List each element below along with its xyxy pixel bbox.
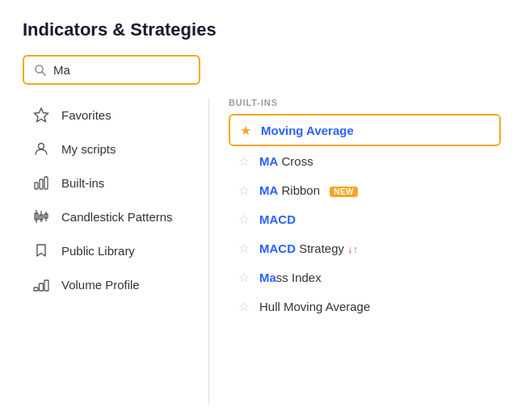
main-content: Favorites My scripts <box>16 98 501 404</box>
sidebar-item-built-ins-label: Built-ins <box>61 176 104 190</box>
result-hull-moving-average[interactable]: ☆ Hull Moving Average <box>229 292 501 321</box>
star-icon <box>32 106 50 124</box>
section-label: BUILT-INS <box>229 98 501 107</box>
sidebar-item-candlestick[interactable]: Candlestick Patterns <box>23 200 202 233</box>
search-input[interactable]: Ma <box>53 63 189 77</box>
star-outline-icon-mass-index: ☆ <box>237 270 251 284</box>
result-mass-index-label: Mass Index <box>259 271 322 284</box>
sidebar-item-candlestick-label: Candlestick Patterns <box>61 210 173 224</box>
result-ma-cross[interactable]: ☆ MA Cross <box>229 146 501 175</box>
svg-line-1 <box>42 72 45 75</box>
result-macd-label: MACD <box>259 212 296 226</box>
volume-icon <box>32 275 50 293</box>
page-title: Indicators & Strategies <box>16 19 501 40</box>
vertical-divider <box>208 98 209 404</box>
result-hull-label: Hull Moving Average <box>259 300 370 313</box>
star-filled-icon: ★ <box>238 123 253 137</box>
svg-rect-15 <box>44 280 48 291</box>
sidebar-item-public-library[interactable]: Public Library <box>23 233 202 267</box>
sidebar-item-my-scripts-label: My scripts <box>61 142 116 156</box>
sidebar-item-public-library-label: Public Library <box>61 244 135 258</box>
star-outline-icon-macd-strategy: ☆ <box>237 241 251 255</box>
main-container: Indicators & Strategies Ma Favorites <box>0 0 517 420</box>
svg-rect-14 <box>40 284 44 291</box>
result-mass-index[interactable]: ☆ Mass Index <box>229 262 501 292</box>
sidebar-item-volume-profile-label: Volume Profile <box>61 278 140 292</box>
sidebar-item-built-ins[interactable]: Built-ins <box>23 166 202 200</box>
sidebar-item-favorites[interactable]: Favorites <box>23 98 202 132</box>
star-outline-icon-macd: ☆ <box>237 212 251 226</box>
svg-point-3 <box>39 144 44 149</box>
svg-rect-5 <box>40 179 43 189</box>
sidebar-item-my-scripts[interactable]: My scripts <box>23 132 202 166</box>
result-ma-cross-label: MA Cross <box>259 154 313 168</box>
left-panel: Favorites My scripts <box>16 98 202 404</box>
result-ma-ribbon-label: MA Ribbon NEW <box>259 183 358 197</box>
star-outline-icon-ma-ribbon: ☆ <box>237 183 251 197</box>
person-icon <box>32 140 50 158</box>
result-moving-average-label: Moving Average <box>261 124 354 137</box>
sidebar-item-favorites-label: Favorites <box>61 108 111 122</box>
star-outline-icon-hull: ☆ <box>237 299 251 313</box>
svg-rect-13 <box>34 288 38 291</box>
svg-rect-6 <box>44 177 48 189</box>
star-outline-icon-ma-cross: ☆ <box>237 153 251 168</box>
result-macd[interactable]: ☆ MACD <box>229 204 501 233</box>
result-macd-strategy-label: MACD Strategy ↓↑ <box>259 242 358 255</box>
sidebar-item-volume-profile[interactable]: Volume Profile <box>23 267 202 301</box>
new-badge: NEW <box>330 187 358 197</box>
result-moving-average[interactable]: ★ Moving Average <box>229 114 501 146</box>
svg-rect-4 <box>35 183 38 189</box>
bookmark-icon <box>32 242 50 259</box>
result-ma-ribbon[interactable]: ☆ MA Ribbon NEW <box>229 175 501 204</box>
candlestick-icon <box>32 208 50 225</box>
right-panel: BUILT-INS ★ Moving Average ☆ MA Cross <box>216 98 501 404</box>
svg-marker-2 <box>35 108 48 122</box>
result-macd-strategy[interactable]: ☆ MACD Strategy ↓↑ <box>229 233 501 262</box>
bar-chart-icon <box>32 174 50 191</box>
search-box[interactable]: Ma <box>23 55 200 85</box>
search-icon <box>34 64 47 77</box>
